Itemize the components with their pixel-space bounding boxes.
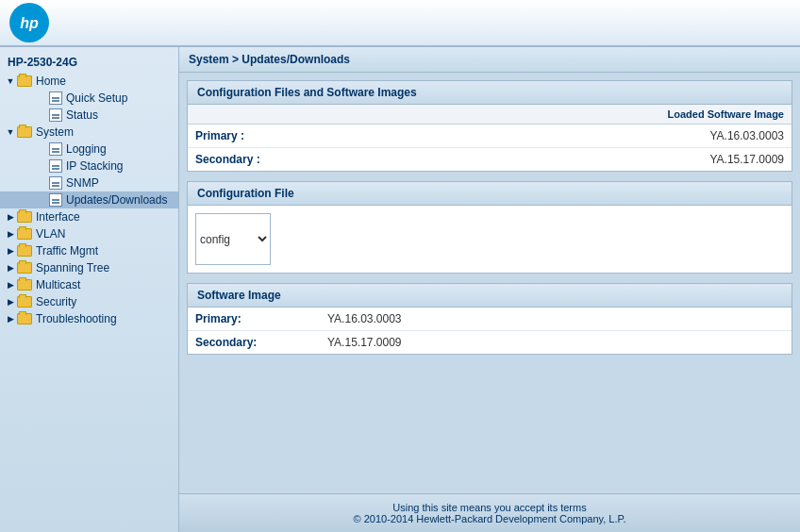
sidebar-label-home: Home (36, 75, 66, 88)
sidebar-label-ip-stacking: IP Stacking (66, 159, 123, 173)
main-layout: HP-2530-24G ▼HomeQuick SetupStatus▼Syste… (0, 47, 800, 532)
sidebar-label-security: Security (36, 295, 76, 308)
sidebar-item-snmp[interactable]: SNMP (0, 175, 178, 191)
hp-logo: hp (9, 3, 49, 42)
folder-icon-troubleshooting (17, 313, 32, 324)
software-image-value-1: YA.15.17.0009 (327, 336, 784, 349)
sidebar: HP-2530-24G ▼HomeQuick SetupStatus▼Syste… (0, 47, 179, 532)
sidebar-item-traffic-mgmt[interactable]: ▶Traffic Mgmt (0, 242, 178, 259)
sidebar-item-home[interactable]: ▼Home (0, 73, 178, 90)
software-image-header: Software Image (188, 284, 792, 308)
folder-icon-vlan (17, 228, 32, 240)
software-image-label-0: Primary: (195, 312, 327, 325)
toggle-icon-vlan[interactable]: ▶ (4, 227, 17, 241)
software-image-row-0: Primary:YA.16.03.0003 (188, 308, 792, 331)
sidebar-label-troubleshooting: Troubleshooting (36, 312, 117, 325)
config-select-wrapper: config (188, 206, 792, 273)
config-files-value-1: YA.15.17.0009 (595, 153, 784, 166)
folder-icon-security (17, 296, 32, 308)
sidebar-item-status[interactable]: Status (0, 107, 178, 124)
toggle-icon-spanning-tree[interactable]: ▶ (4, 261, 17, 274)
footer-line2: © 2010-2014 Hewlett-Packard Development … (187, 513, 792, 524)
sidebar-item-ip-stacking[interactable]: IP Stacking (0, 158, 178, 175)
sidebar-label-updates-downloads: Updates/Downloads (66, 193, 167, 207)
folder-icon-home (17, 75, 32, 87)
config-files-label-1: Secondary : (195, 153, 327, 166)
folder-icon-traffic-mgmt (17, 245, 32, 257)
folder-icon-spanning-tree (17, 262, 32, 274)
table-header-row: Loaded Software Image (188, 105, 792, 125)
sidebar-item-system[interactable]: ▼System (0, 124, 178, 141)
sidebar-label-interface: Interface (36, 210, 80, 224)
loaded-software-image-header: Loaded Software Image (595, 108, 784, 120)
software-image-rows: Primary:YA.16.03.0003Secondary:YA.15.17.… (188, 308, 792, 354)
sidebar-tree: ▼HomeQuick SetupStatus▼SystemLoggingIP S… (0, 73, 178, 327)
sidebar-label-vlan: VLAN (36, 227, 65, 241)
sidebar-label-snmp: SNMP (66, 176, 99, 190)
software-image-value-0: YA.16.03.0003 (327, 312, 784, 325)
sidebar-item-security[interactable]: ▶Security (0, 293, 178, 310)
page-icon-ip-stacking (49, 159, 62, 173)
sidebar-item-logging[interactable]: Logging (0, 141, 178, 158)
sidebar-item-vlan[interactable]: ▶VLAN (0, 225, 178, 242)
sidebar-label-logging: Logging (66, 142, 107, 156)
config-files-section: Configuration Files and Software Images … (187, 80, 792, 172)
config-files-row-0: Primary :YA.16.03.0003 (188, 125, 792, 148)
sidebar-item-quick-setup[interactable]: Quick Setup (0, 90, 178, 107)
sidebar-label-quick-setup: Quick Setup (66, 91, 127, 105)
sidebar-label-system: System (36, 125, 74, 139)
software-image-label-1: Secondary: (195, 336, 327, 349)
toggle-icon-home[interactable]: ▼ (4, 75, 17, 88)
svg-text:hp: hp (20, 15, 39, 31)
sidebar-item-troubleshooting[interactable]: ▶Troubleshooting (0, 310, 178, 327)
sidebar-item-interface[interactable]: ▶Interface (0, 208, 178, 225)
toggle-icon-multicast[interactable]: ▶ (4, 278, 17, 291)
folder-icon-system (17, 126, 32, 138)
sidebar-label-traffic-mgmt: Traffic Mgmt (36, 244, 98, 258)
header: hp (0, 0, 800, 47)
page-icon-status (49, 108, 62, 122)
page-icon-snmp (49, 176, 62, 190)
config-file-section: Configuration File config (187, 181, 792, 274)
config-files-row-1: Secondary :YA.15.17.0009 (188, 148, 792, 171)
content-panel: Configuration Files and Software Images … (179, 73, 800, 493)
config-files-label-0: Primary : (195, 129, 327, 142)
footer-line1: Using this site means you accept its ter… (187, 502, 792, 513)
footer: Using this site means you accept its ter… (179, 493, 800, 532)
config-files-value-0: YA.16.03.0003 (595, 129, 784, 142)
sidebar-item-multicast[interactable]: ▶Multicast (0, 276, 178, 293)
toggle-icon-interface[interactable]: ▶ (4, 210, 17, 224)
config-file-select[interactable]: config (195, 213, 271, 265)
config-file-header: Configuration File (188, 182, 792, 206)
breadcrumb: System > Updates/Downloads (179, 47, 800, 73)
toggle-icon-system[interactable]: ▼ (4, 125, 17, 139)
toggle-icon-traffic-mgmt[interactable]: ▶ (4, 244, 17, 258)
toggle-icon-troubleshooting[interactable]: ▶ (4, 312, 17, 325)
sidebar-label-multicast: Multicast (36, 278, 80, 291)
software-image-row-1: Secondary:YA.15.17.0009 (188, 331, 792, 354)
software-image-section: Software Image Primary:YA.16.03.0003Seco… (187, 283, 792, 355)
sidebar-label-status: Status (66, 108, 98, 122)
sidebar-label-spanning-tree: Spanning Tree (36, 261, 109, 274)
folder-icon-interface (17, 211, 32, 223)
sidebar-item-spanning-tree[interactable]: ▶Spanning Tree (0, 259, 178, 276)
sidebar-item-updates-downloads[interactable]: Updates/Downloads (0, 191, 178, 208)
device-name: HP-2530-24G (0, 52, 178, 73)
page-icon-quick-setup (49, 91, 62, 105)
right-panel: System > Updates/Downloads Configuration… (179, 47, 800, 532)
page-icon-updates-downloads (49, 193, 62, 207)
config-files-rows: Primary :YA.16.03.0003Secondary :YA.15.1… (188, 125, 792, 171)
page-icon-logging (49, 142, 62, 156)
folder-icon-multicast (17, 279, 32, 291)
config-files-header: Configuration Files and Software Images (188, 81, 792, 105)
toggle-icon-security[interactable]: ▶ (4, 295, 17, 308)
